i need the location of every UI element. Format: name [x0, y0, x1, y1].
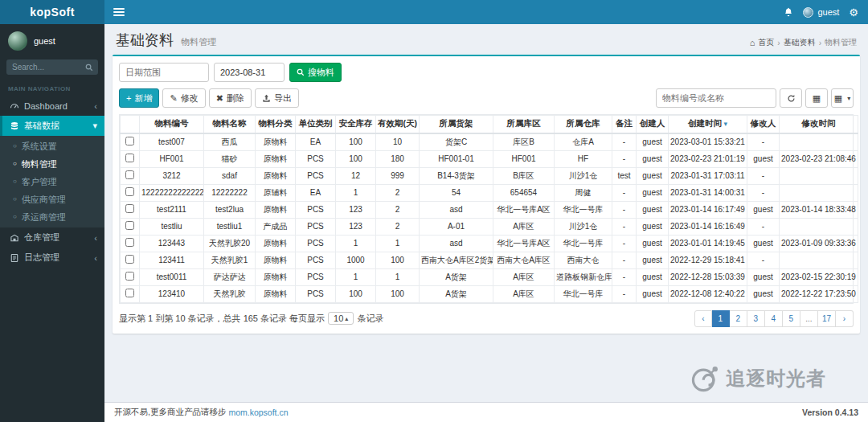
table-row[interactable]: 1222222222222212222222原辅料EA1254654654周健-…: [121, 184, 858, 201]
row-checkbox[interactable]: [125, 170, 134, 179]
table-cell: 西南大仓A库区2货架: [420, 252, 493, 268]
table-row[interactable]: testliutestliu1产成品PCS1232A-01A库区川沙1仓-gue…: [121, 218, 858, 235]
circle-icon: ○: [13, 143, 17, 150]
sidebar-search: [6, 59, 98, 75]
column-header[interactable]: 物料名称: [204, 116, 256, 133]
column-header[interactable]: 修改人: [747, 116, 780, 133]
table-cell: guest: [637, 201, 669, 218]
breadcrumb-home[interactable]: 首页: [758, 37, 774, 48]
app-logo[interactable]: kopSoft: [0, 0, 104, 24]
table-cell: 2: [376, 184, 420, 201]
table-row[interactable]: HF001猫砂原物料PCS100180HF001-01HF001HF-guest…: [121, 150, 858, 167]
chevron-left-icon: ‹: [94, 253, 97, 263]
dashboard-icon: [10, 101, 19, 111]
table-row[interactable]: 123443天然乳胶20原物料PCS11asd华北一号库A区华北一号库-gues…: [121, 235, 858, 252]
pagination-summary-prefix: 显示第 1 到第 10 条记录，总共 165 条记录 每页显示: [119, 313, 325, 325]
table-row[interactable]: 123411天然乳胶1原物料PCS1000100西南大仓A库区2货架西南大仓A库…: [121, 252, 858, 268]
date-range-start-input[interactable]: [119, 63, 209, 82]
sidebar-item-carrier-management[interactable]: ○ 承运商管理: [0, 208, 104, 226]
toggle-view-button[interactable]: ▦: [805, 88, 828, 108]
column-header[interactable]: 所属库区: [493, 116, 555, 133]
row-checkbox[interactable]: [125, 204, 134, 213]
row-checkbox[interactable]: [125, 187, 134, 196]
column-header[interactable]: 创建时间 ▾: [669, 116, 747, 133]
sidebar-item-log-management[interactable]: 日志管理 ‹: [0, 248, 104, 268]
row-checkbox[interactable]: [125, 272, 134, 281]
table-cell: 萨达萨达: [204, 268, 256, 285]
row-checkbox[interactable]: [125, 221, 134, 230]
date-range-end-input[interactable]: [214, 63, 285, 82]
sidebar-item-warehouse-management[interactable]: 仓库管理 ‹: [0, 227, 104, 248]
caret-down-icon: ▾: [847, 95, 850, 102]
table-cell: PCS: [296, 252, 336, 268]
table-cell: 西瓜: [204, 133, 256, 151]
table-row[interactable]: test0011萨达萨达原物料PCS11A货架A库区道路板钢新仓库-guest2…: [121, 268, 858, 285]
table-row[interactable]: test007西瓜原物料EA10010货架C库区B仓库A-guest2023-0…: [121, 133, 858, 151]
table-cell: 100: [376, 285, 420, 302]
row-checkbox[interactable]: [125, 255, 134, 264]
sidebar-toggle-icon[interactable]: [104, 0, 133, 24]
search-material-button[interactable]: 搜物料: [289, 63, 342, 82]
settings-button[interactable]: ⚙: [849, 7, 858, 18]
refresh-button[interactable]: [780, 88, 802, 108]
sidebar-item-dashboard[interactable]: Dashboard ‹: [0, 96, 104, 116]
sidebar-item-system-settings[interactable]: ○ 系统设置: [0, 137, 104, 155]
pager-page-4[interactable]: 4: [765, 310, 783, 327]
notifications-button[interactable]: [784, 7, 793, 17]
column-header[interactable]: 物料编号: [140, 116, 204, 133]
table-cell: [780, 252, 858, 268]
edit-button[interactable]: ✎ 修改: [162, 88, 205, 108]
pager-page-17[interactable]: 17: [818, 310, 836, 327]
export-button[interactable]: 导出: [255, 88, 299, 108]
column-header[interactable]: 安全库存: [336, 116, 376, 133]
table-search-input[interactable]: [656, 88, 776, 108]
search-input[interactable]: [6, 59, 80, 75]
table-cell: 原物料: [256, 235, 296, 252]
row-checkbox[interactable]: [125, 137, 134, 145]
table-row[interactable]: test2111test2lua原物料PCS1232asd华北一号库A区华北一号…: [121, 201, 858, 218]
column-header[interactable]: 物料分类: [256, 116, 296, 133]
table-cell: EA: [296, 133, 336, 151]
sidebar-item-basic-data[interactable]: 基础数据 ▾: [0, 116, 104, 136]
table-cell: guest: [637, 167, 669, 184]
pager-page-2[interactable]: 2: [730, 310, 747, 327]
column-header[interactable]: 所属仓库: [555, 116, 612, 133]
sidebar-item-customer-management[interactable]: ○ 客户管理: [0, 173, 104, 191]
table-cell: -: [612, 268, 637, 285]
column-header[interactable]: 单位类别: [296, 116, 336, 133]
row-checkbox[interactable]: [125, 154, 134, 162]
table-cell: 123410: [140, 285, 204, 302]
sidebar-item-supplier-management[interactable]: ○ 供应商管理: [0, 191, 104, 208]
pagination: 显示第 1 到第 10 条记录，总共 165 条记录 每页显示 10 ▴ 条记录…: [119, 310, 854, 327]
table-cell: guest: [747, 285, 780, 302]
add-button[interactable]: + 新增: [119, 88, 159, 108]
pager-next[interactable]: ›: [836, 310, 854, 327]
breadcrumb-basic-data[interactable]: 基础资料: [784, 37, 816, 48]
table-cell: guest: [637, 285, 669, 302]
select-all-header[interactable]: [121, 116, 140, 133]
column-header[interactable]: 创建人: [637, 116, 669, 133]
table-row[interactable]: 123410天然乳胶原物料PCS100100A货架A库区华北一号库-guest2…: [121, 285, 858, 302]
sidebar-item-material-management[interactable]: ○ 物料管理: [0, 155, 104, 173]
column-header[interactable]: 备注: [612, 116, 637, 133]
table-cell: 100: [336, 150, 376, 167]
columns-button[interactable]: ▦ ▾: [831, 88, 854, 108]
pager-prev[interactable]: ‹: [694, 310, 712, 327]
row-checkbox[interactable]: [125, 289, 134, 297]
pager-page-3[interactable]: 3: [747, 310, 765, 327]
table-row[interactable]: 3212sdaf原物料PCS12999B14-3货架B库区川沙1仓testgue…: [121, 167, 858, 184]
search-button[interactable]: [80, 59, 98, 75]
pager-page-5[interactable]: 5: [783, 310, 800, 327]
column-header[interactable]: 所属货架: [420, 116, 493, 133]
edit-label: 修改: [181, 92, 199, 104]
row-checkbox[interactable]: [125, 238, 134, 247]
page-size-select[interactable]: 10 ▴: [328, 312, 354, 325]
column-header[interactable]: 有效期(天): [376, 116, 420, 133]
pager-page-1[interactable]: 1: [712, 310, 730, 327]
user-menu[interactable]: guest: [803, 7, 839, 18]
column-header[interactable]: 修改时间: [780, 116, 858, 133]
footer-link[interactable]: mom.kopsoft.cn: [228, 408, 288, 417]
table-cell: 180: [376, 150, 420, 167]
table-cell: 123: [336, 218, 376, 235]
delete-button[interactable]: ✖ 删除: [209, 88, 252, 108]
